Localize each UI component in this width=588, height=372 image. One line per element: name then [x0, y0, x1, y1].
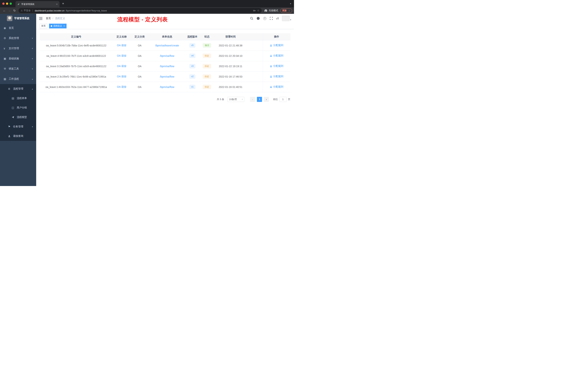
sidebar-item-infrastructure[interactable]: ▣ 基础设施 ▾	[0, 54, 36, 64]
github-icon[interactable]	[257, 17, 260, 20]
reload-icon[interactable]: ↻	[12, 8, 17, 13]
goto-label: 前往	[273, 98, 278, 101]
sidebar-item-workflow[interactable]: ▦ 工作流程 ▴	[0, 74, 36, 84]
caret-down-icon: ▾	[290, 19, 291, 21]
sidebar-item-process-form[interactable]: ▤ 流程表单	[0, 94, 36, 103]
chevron-down-icon: ▾	[32, 68, 33, 70]
sidebar-item-label: 基础设施	[9, 57, 19, 60]
security-label: 不安全	[24, 9, 31, 12]
bookmark-star-icon[interactable]: ☆	[257, 9, 260, 12]
form-link[interactable]: /bpm/oa/flow	[160, 65, 174, 68]
incognito-indicator: 无痕模式	[264, 9, 278, 12]
breadcrumb-current: 流程定义	[55, 17, 65, 20]
next-page-button[interactable]: ›	[264, 97, 269, 102]
sidebar-item-process-model[interactable]: 流程模型	[0, 112, 36, 122]
definition-category: OA	[131, 40, 148, 51]
back-icon[interactable]: ←	[2, 8, 7, 13]
search-icon[interactable]	[250, 17, 253, 20]
spacer-cell	[246, 51, 263, 61]
table-row: oa_leave:1:482ec033-762a-11ec-8477-a2380…	[40, 82, 290, 92]
sidebar-item-user-group[interactable]: ◫ 用户分组	[0, 103, 36, 112]
password-key-icon[interactable]	[253, 9, 256, 12]
definition-name-link[interactable]: OA 请假	[117, 85, 126, 88]
window-zoom-button[interactable]	[10, 2, 12, 5]
form-info-cell: /bpm/oa/flow	[148, 71, 186, 82]
sidebar-item-label: 流程管理	[13, 87, 23, 90]
sidebar-item-leave-query[interactable]: 请假查询	[0, 131, 36, 141]
column-header-version: 流程版本	[186, 33, 199, 40]
sidebar-item-devtools[interactable]: ⚒ 研发工具 ▾	[0, 64, 36, 74]
paper-plane-icon	[12, 116, 16, 119]
sidebar-item-process-management[interactable]: ≣ 流程管理 ▴	[0, 84, 36, 94]
browser-tab[interactable]: 芋道管理系统 ×	[15, 1, 59, 7]
app-root: 芋道管理系统 ◉ 首页 ⚙ 系统管理 ▾ ¥ 支付管理 ▾ ▣ 基础设施 ▾	[0, 14, 294, 186]
definition-name-link[interactable]: OA 请假	[117, 44, 126, 47]
form-link[interactable]: /bpm/oa/flow	[160, 55, 174, 57]
chevron-down-icon: ▾	[32, 37, 33, 40]
definition-id: oa_leave:4:991f2193-7b7f-11ec-a3c8-acde4…	[40, 51, 113, 61]
help-icon[interactable]: ?	[263, 17, 267, 20]
tab-search-chevron-icon[interactable]: ▾	[290, 2, 291, 5]
form-info-cell: /bpm/oa/leave/create	[148, 40, 186, 51]
page-size-select[interactable]: 10条/页 ▾	[227, 97, 244, 102]
sidebar-item-payment[interactable]: ¥ 支付管理 ▾	[0, 43, 36, 54]
goto-page-input[interactable]	[279, 97, 286, 102]
definition-name-link[interactable]: OA 请假	[117, 65, 126, 67]
version-cell: v4	[186, 51, 199, 61]
assign-rule-link[interactable]: 分配规则	[270, 54, 283, 57]
status-badge: 挂起	[203, 75, 211, 79]
tab-title: 芋道管理系统	[21, 3, 55, 6]
sidebar-item-home[interactable]: ◉ 首页	[0, 23, 36, 33]
definition-category: OA	[131, 61, 148, 71]
breadcrumb-home[interactable]: 首页	[46, 17, 51, 20]
definition-name-link[interactable]: OA 请假	[117, 54, 126, 57]
tag-close-icon[interactable]: ×	[63, 25, 65, 27]
sidebar-item-system[interactable]: ⚙ 系统管理 ▾	[0, 33, 36, 43]
tools-icon: ⚒	[4, 67, 8, 70]
prev-page-button[interactable]: ‹	[250, 97, 255, 102]
spacer-cell	[246, 71, 263, 82]
tag-process-definition[interactable]: 流程定义 ×	[49, 24, 67, 28]
browser-menu-dots-icon[interactable]: ⋮	[288, 9, 290, 12]
assign-rule-link[interactable]: 分配规则	[270, 44, 283, 47]
font-size-icon[interactable]: TT	[276, 17, 279, 20]
column-header-form: 表单信息	[148, 33, 186, 40]
page-unit-label: 页	[288, 98, 290, 101]
process-list-icon: ≣	[8, 87, 12, 90]
forward-icon[interactable]: →	[7, 8, 12, 13]
form-link[interactable]: /bpm/oa/leave/create	[155, 44, 179, 47]
tags-view: 首页 流程定义 ×	[36, 23, 294, 29]
definition-name-link[interactable]: OA 请假	[117, 75, 126, 78]
form-link[interactable]: /bpm/oa/flow	[160, 75, 174, 78]
assign-rule-link[interactable]: 分配规则	[270, 75, 283, 78]
infrastructure-icon: ▣	[4, 57, 8, 60]
sidebar-item-label: 工作流程	[9, 77, 19, 81]
update-label: 更新	[282, 9, 287, 12]
page-content: 定义编号 定义名称 定义分类 表单信息 流程版本 状态 部署时间 操作	[36, 29, 294, 102]
new-tab-button[interactable]: +	[61, 1, 66, 6]
sidebar-item-task-management[interactable]: ⚑ 任务管理 ▾	[0, 122, 36, 131]
version-cell: v5	[186, 40, 199, 51]
form-link[interactable]: /bpm/oa/flow	[160, 86, 174, 88]
tag-home[interactable]: 首页	[40, 24, 47, 28]
definition-name-cell: OA 请假	[113, 51, 131, 61]
user-group-icon: ◫	[12, 106, 16, 109]
tab-close-icon[interactable]: ×	[56, 3, 58, 5]
address-bar[interactable]: ⚠ 不安全 dashboard.yudao.iocoder.cn /bpm/ma…	[19, 8, 262, 13]
assign-rule-link[interactable]: 分配规则	[270, 85, 283, 88]
fullscreen-icon[interactable]	[270, 17, 273, 20]
window-close-button[interactable]	[2, 2, 5, 5]
page-number-1[interactable]: 1	[257, 97, 262, 102]
assign-rule-link[interactable]: 分配规则	[270, 65, 283, 68]
definition-category: OA	[131, 71, 148, 82]
person-icon	[8, 135, 12, 137]
definition-name-cell: OA 请假	[113, 40, 131, 51]
version-tag: v2	[189, 75, 195, 79]
sidebar-toggle-icon[interactable]	[39, 17, 43, 20]
sidebar-logo[interactable]: 芋道管理系统	[0, 14, 36, 23]
window-minimize-button[interactable]	[6, 2, 8, 5]
update-chip[interactable]: 更新 ⋮	[280, 8, 292, 13]
column-header-deploy-time: 部署时间	[215, 33, 246, 40]
user-avatar[interactable]: ▾	[282, 16, 291, 21]
definition-table: 定义编号 定义名称 定义分类 表单信息 流程版本 状态 部署时间 操作	[40, 33, 290, 92]
